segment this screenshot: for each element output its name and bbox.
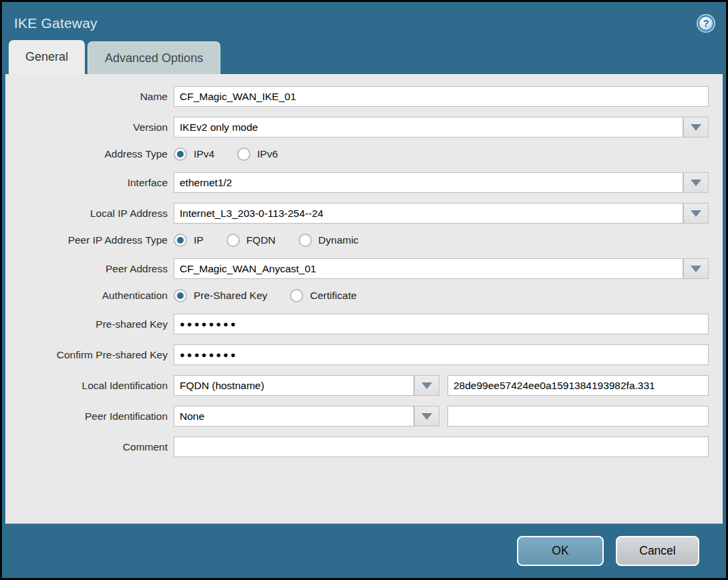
local-identification-type-value: FQDN (hostname) bbox=[174, 375, 414, 396]
address-type-label: Address Type bbox=[5, 148, 174, 160]
address-type-ipv6-radio[interactable]: IPv6 bbox=[237, 148, 278, 161]
interface-label: Interface bbox=[5, 177, 174, 189]
radio-unselected-icon bbox=[299, 234, 312, 247]
pre-shared-key-input[interactable] bbox=[174, 314, 709, 334]
dialog-titlebar: IKE Gateway ? bbox=[2, 2, 726, 40]
peer-identification-type-select[interactable]: None bbox=[174, 406, 439, 426]
chevron-down-icon bbox=[421, 382, 432, 389]
peer-type-dynamic-radio[interactable]: Dynamic bbox=[299, 234, 359, 247]
name-label: Name bbox=[5, 91, 174, 103]
peer-type-ip-radio[interactable]: IP bbox=[174, 234, 204, 247]
radio-unselected-icon bbox=[237, 148, 250, 161]
radio-unselected-icon bbox=[226, 234, 240, 247]
tab-advanced-options[interactable]: Advanced Options bbox=[87, 41, 220, 74]
version-label: Version bbox=[5, 121, 174, 133]
confirm-pre-shared-key-label: Confirm Pre-shared Key bbox=[5, 349, 174, 361]
chevron-down-icon bbox=[691, 210, 701, 217]
cancel-button[interactable]: Cancel bbox=[616, 536, 699, 566]
peer-address-row: Peer Address bbox=[5, 258, 709, 279]
radio-selected-icon bbox=[174, 289, 187, 302]
ok-button[interactable]: OK bbox=[517, 536, 604, 566]
tab-general[interactable]: General bbox=[9, 40, 85, 74]
interface-dropdown-button[interactable] bbox=[683, 172, 709, 193]
peer-type-fqdn-radio[interactable]: FQDN bbox=[226, 234, 276, 247]
chevron-down-icon bbox=[691, 266, 701, 272]
authentication-label: Authentication bbox=[5, 290, 174, 302]
pre-shared-key-row: Pre-shared Key bbox=[5, 314, 709, 334]
local-identification-dropdown-button[interactable] bbox=[414, 375, 439, 396]
chevron-down-icon bbox=[691, 124, 701, 131]
peer-identification-value-input[interactable] bbox=[447, 406, 709, 426]
address-type-ipv4-radio[interactable]: IPv4 bbox=[174, 148, 214, 161]
local-identification-row: Local Identification FQDN (hostname) bbox=[5, 375, 709, 396]
name-input[interactable] bbox=[174, 86, 709, 107]
name-row: Name bbox=[5, 86, 709, 107]
confirm-pre-shared-key-input[interactable] bbox=[174, 344, 709, 365]
version-row: Version bbox=[5, 117, 709, 137]
comment-input[interactable] bbox=[174, 437, 709, 457]
local-identification-value-input[interactable] bbox=[447, 375, 709, 396]
pre-shared-key-label: Pre-shared Key bbox=[5, 318, 174, 330]
chevron-down-icon bbox=[691, 180, 701, 186]
peer-address-label: Peer Address bbox=[5, 263, 174, 275]
radio-selected-icon bbox=[174, 234, 187, 247]
confirm-pre-shared-key-row: Confirm Pre-shared Key bbox=[5, 344, 709, 365]
peer-identification-row: Peer Identification None bbox=[5, 406, 709, 426]
radio-unselected-icon bbox=[290, 289, 303, 302]
local-ip-address-input[interactable] bbox=[174, 203, 683, 224]
peer-identification-type-value: None bbox=[174, 406, 414, 426]
dialog-title: IKE Gateway bbox=[14, 15, 98, 31]
peer-ip-address-type-row: Peer IP Address Type IP FQDN Dynamic bbox=[5, 234, 709, 247]
peer-address-input[interactable] bbox=[174, 258, 683, 279]
peer-identification-label: Peer Identification bbox=[5, 410, 174, 422]
radio-selected-icon bbox=[174, 148, 187, 161]
tab-bar: General Advanced Options bbox=[2, 40, 726, 74]
local-identification-type-select[interactable]: FQDN (hostname) bbox=[174, 375, 439, 396]
local-ip-address-dropdown-button[interactable] bbox=[683, 203, 709, 224]
comment-label: Comment bbox=[5, 441, 174, 453]
comment-row: Comment bbox=[5, 437, 709, 457]
version-dropdown-button[interactable] bbox=[683, 117, 709, 137]
ike-gateway-dialog: IKE Gateway ? General Advanced Options N… bbox=[0, 0, 728, 580]
peer-address-dropdown-button[interactable] bbox=[683, 258, 709, 279]
local-ip-address-label: Local IP Address bbox=[5, 208, 174, 220]
interface-input[interactable] bbox=[174, 172, 683, 193]
interface-row: Interface bbox=[5, 172, 709, 193]
local-identification-label: Local Identification bbox=[5, 380, 174, 392]
auth-pre-shared-key-radio[interactable]: Pre-Shared Key bbox=[174, 289, 267, 302]
local-ip-address-row: Local IP Address bbox=[5, 203, 709, 224]
general-tab-panel: Name Version Address Type IPv4 bbox=[5, 74, 723, 524]
dialog-footer: OK Cancel bbox=[2, 524, 726, 578]
auth-certificate-radio[interactable]: Certificate bbox=[290, 289, 357, 302]
address-type-row: Address Type IPv4 IPv6 bbox=[5, 148, 709, 161]
authentication-row: Authentication Pre-Shared Key Certificat… bbox=[5, 289, 709, 302]
chevron-down-icon bbox=[421, 413, 432, 420]
help-icon[interactable]: ? bbox=[698, 15, 714, 31]
peer-ip-address-type-label: Peer IP Address Type bbox=[5, 234, 174, 246]
peer-identification-dropdown-button[interactable] bbox=[414, 406, 439, 426]
version-input[interactable] bbox=[174, 117, 683, 137]
